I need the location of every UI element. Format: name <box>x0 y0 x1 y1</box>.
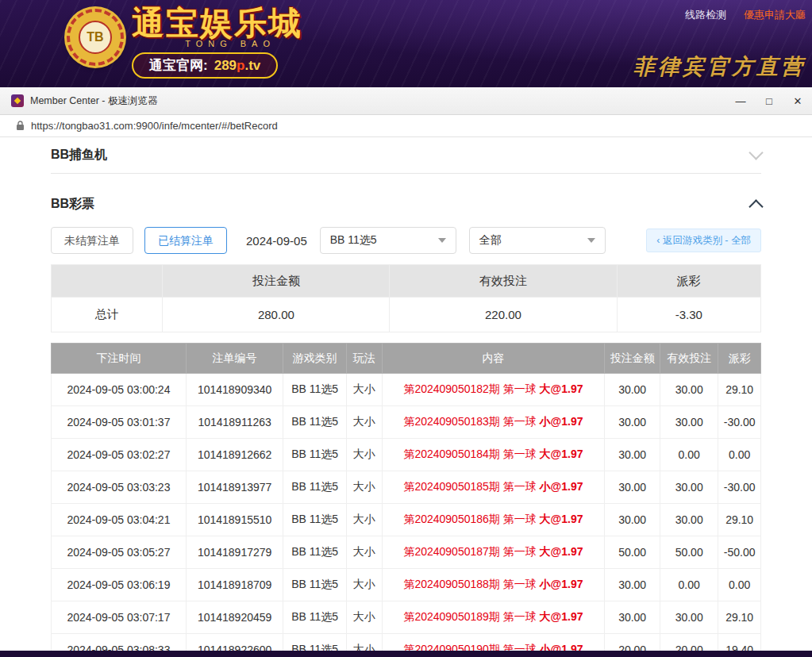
table-row: 2024-09-05 03:01:37101418911263BB 11选5大小… <box>52 406 761 439</box>
section-bb-lottery[interactable]: BB彩票 <box>51 186 761 222</box>
content-ball: 第一球 <box>503 448 537 460</box>
game-type-select[interactable]: BB 11选5 <box>320 227 456 254</box>
cell-content: 第202409050187期 第一球 大@1.97 <box>382 536 605 569</box>
game-type-value: BB 11选5 <box>330 233 377 248</box>
cell-order-id: 101418912662 <box>186 439 283 471</box>
section-title-lottery: BB彩票 <box>51 196 94 213</box>
content-ball: 第一球 <box>503 643 537 651</box>
content-pick: 大 <box>540 513 551 525</box>
cell-bet-time: 2024-09-05 03:08:33 <box>52 634 187 651</box>
maximize-button[interactable]: □ <box>755 87 783 114</box>
cell-play-type: 大小 <box>346 374 382 406</box>
address-bar[interactable]: https://tongbao31.com:9900/infe/mcenter/… <box>0 115 812 137</box>
content-ball: 第一球 <box>503 415 537 428</box>
date-picker[interactable]: 2024-09-05 <box>246 234 307 248</box>
table-row: 2024-09-05 03:08:33101418922600BB 11选5大小… <box>52 634 761 651</box>
cell-order-id: 101418909340 <box>186 374 283 406</box>
cell-bet-time: 2024-09-05 03:03:23 <box>52 471 187 504</box>
content-pick: 小 <box>540 643 551 651</box>
cell-play-type: 大小 <box>346 634 382 651</box>
col-header-payout: 派彩 <box>718 344 761 374</box>
cell-game-type: BB 11选5 <box>283 406 347 439</box>
browser-app-icon <box>11 94 24 107</box>
unsettled-bets-button[interactable]: 未结算注单 <box>51 227 133 254</box>
cell-payout: -30.00 <box>718 406 761 439</box>
cell-bet-time: 2024-09-05 03:04:21 <box>52 504 187 536</box>
table-row: 2024-09-05 03:02:27101418912662BB 11选5大小… <box>52 439 761 471</box>
official-label: 通宝官网: <box>149 56 208 75</box>
casino-title: 通宝娱乐城 <box>132 6 302 40</box>
cell-payout: 0.00 <box>718 569 761 601</box>
cell-bet-amount: 30.00 <box>605 504 660 536</box>
content-period: 第202409050184期 <box>403 448 499 460</box>
cell-order-id: 101418917279 <box>186 536 283 569</box>
content-odds: @1.97 <box>551 382 583 395</box>
cell-bet-amount: 50.00 <box>605 536 660 569</box>
table-row: 2024-09-05 03:07:17101418920459BB 11选5大小… <box>52 601 761 634</box>
cell-game-type: BB 11选5 <box>283 439 347 471</box>
cell-bet-time: 2024-09-05 03:02:27 <box>52 439 187 471</box>
cell-valid-bet: 30.00 <box>660 504 718 536</box>
bet-scope-select[interactable]: 全部 <box>469 227 606 254</box>
cell-payout: 0.00 <box>718 439 761 471</box>
cell-valid-bet: 30.00 <box>660 471 718 504</box>
select-arrow-icon <box>587 238 595 243</box>
cell-payout: 29.10 <box>718 504 761 536</box>
cell-valid-bet: 30.00 <box>660 406 718 439</box>
promo-apply-link[interactable]: 優惠申請大廳 <box>744 9 806 21</box>
content-odds: @1.97 <box>551 513 583 525</box>
content-odds: @1.97 <box>551 415 583 428</box>
cell-content: 第202409050184期 第一球 大@1.97 <box>382 439 605 471</box>
cell-valid-bet: 0.00 <box>660 569 718 601</box>
cell-bet-amount: 20.00 <box>605 634 660 651</box>
cell-content: 第202409050185期 第一球 小@1.97 <box>382 471 605 504</box>
summary-total-label: 总计 <box>52 298 163 332</box>
cell-valid-bet: 0.00 <box>660 439 718 471</box>
cell-game-type: BB 11选5 <box>283 471 347 504</box>
cell-bet-time: 2024-09-05 03:05:27 <box>52 536 187 569</box>
content-ball: 第一球 <box>503 545 537 558</box>
content-period: 第202409050186期 <box>403 513 499 525</box>
close-button[interactable]: ✕ <box>783 87 812 114</box>
browser-window: Member Center - 极速浏览器 — □ ✕ https://tong… <box>0 87 812 651</box>
content-pick: 小 <box>540 578 551 590</box>
cell-payout: 29.10 <box>718 374 761 406</box>
cell-order-id: 101418915510 <box>186 504 283 536</box>
cell-game-type: BB 11选5 <box>283 536 347 569</box>
cell-content: 第202409050183期 第一球 小@1.97 <box>382 406 605 439</box>
table-row: 2024-09-05 03:06:19101418918709BB 11选5大小… <box>52 569 761 601</box>
section-bb-fishing[interactable]: BB捕鱼机 <box>51 137 761 174</box>
summary-total-payout: -3.30 <box>617 298 761 332</box>
content-period: 第202409050182期 <box>403 382 499 395</box>
content-ball: 第一球 <box>503 610 537 623</box>
bet-records-table: 下注时间 注单编号 游戏类别 玩法 内容 投注金额 有效投注 派彩 2024-0… <box>51 343 761 651</box>
records-tbody: 2024-09-05 03:00:24101418909340BB 11选5大小… <box>52 374 761 651</box>
chevron-down-icon <box>749 145 763 159</box>
cell-play-type: 大小 <box>346 569 382 601</box>
records-header-row: 下注时间 注单编号 游戏类别 玩法 内容 投注金额 有效投注 派彩 <box>52 344 761 374</box>
minimize-button[interactable]: — <box>726 87 755 114</box>
cell-play-type: 大小 <box>346 471 382 504</box>
cell-content: 第202409050188期 第一球 小@1.97 <box>382 569 605 601</box>
content-odds: @1.97 <box>551 578 583 590</box>
cell-play-type: 大小 <box>346 439 382 471</box>
cell-play-type: 大小 <box>346 536 382 569</box>
cell-play-type: 大小 <box>346 406 382 439</box>
cell-game-type: BB 11选5 <box>283 374 347 406</box>
line-check-link[interactable]: 线路检测 <box>685 9 726 21</box>
cell-bet-amount: 30.00 <box>605 569 660 601</box>
summary-total-valid: 220.00 <box>390 298 617 332</box>
cell-order-id: 101418918709 <box>186 569 283 601</box>
content-odds: @1.97 <box>551 480 583 493</box>
content-ball: 第一球 <box>503 382 537 395</box>
cell-order-id: 101418913977 <box>186 471 283 504</box>
cell-content: 第202409050186期 第一球 大@1.97 <box>382 504 605 536</box>
url-text[interactable]: https://tongbao31.com:9900/infe/mcenter/… <box>31 120 278 132</box>
casino-chip-icon: TB <box>67 9 124 66</box>
settled-bets-button[interactable]: 已结算注单 <box>144 227 227 254</box>
col-header-content: 内容 <box>382 344 605 374</box>
cell-bet-amount: 30.00 <box>605 406 660 439</box>
back-to-game-category-button[interactable]: ‹ 返回游戏类别 - 全部 <box>646 229 761 252</box>
cell-bet-amount: 30.00 <box>605 374 660 406</box>
content-pick: 大 <box>540 545 551 558</box>
